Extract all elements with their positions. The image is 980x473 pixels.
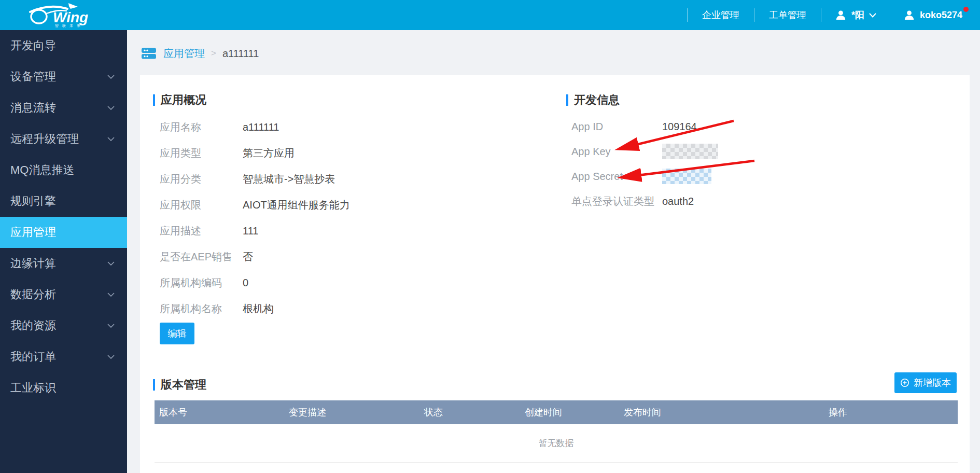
field-value: 0	[243, 277, 248, 289]
add-version-label: 新增版本	[914, 377, 951, 389]
sidebar-item-label: 设备管理	[10, 69, 56, 85]
account-name: koko5274	[920, 10, 962, 21]
sidebar-item-app-management[interactable]: 应用管理	[0, 217, 127, 248]
sidebar-item-label: 数据分析	[10, 287, 56, 302]
user-menu[interactable]: *阳	[821, 9, 890, 21]
top-nav: 企业管理 工单管理 *阳 koko5274	[687, 0, 965, 30]
sidebar-item-edge-computing[interactable]: 边缘计算	[0, 248, 127, 279]
overview-fields: 应用名称 a111111 应用类型 第三方应用 应用分类 智慧城市->智慧抄表 …	[160, 114, 350, 322]
column-publish-time: 发布时间	[619, 406, 824, 419]
app-stack-icon	[141, 47, 157, 60]
column-version: 版本号	[155, 406, 284, 419]
sidebar-item-mq-push[interactable]: MQ消息推送	[0, 155, 127, 186]
section-overview-header: 应用概况	[153, 94, 206, 106]
field-value: a111111	[243, 121, 279, 133]
field-value: 智慧城市->智慧抄表	[243, 172, 335, 186]
field-label: 应用名称	[160, 120, 243, 134]
field-value: 否	[243, 250, 253, 264]
sidebar: 开发向导 设备管理 消息流转 远程升级管理 MQ消息推送 规则引擎 应用管理 边…	[0, 30, 127, 473]
circle-plus-icon	[900, 378, 909, 387]
sidebar-item-remote-upgrade[interactable]: 远程升级管理	[0, 123, 127, 155]
sidebar-item-my-orders[interactable]: 我的订单	[0, 341, 127, 372]
add-version-button[interactable]: 新增版本	[894, 372, 957, 393]
chevron-down-icon	[107, 137, 115, 141]
breadcrumb-separator: >	[211, 48, 216, 59]
sidebar-item-data-analysis[interactable]: 数据分析	[0, 279, 127, 310]
chevron-down-icon	[107, 324, 115, 328]
field-row: 应用描述 111	[160, 218, 350, 244]
devinfo-fields: App ID 109164 App Key App Secret 单点登录认证类…	[571, 114, 718, 214]
field-label: 应用类型	[160, 146, 243, 160]
paper-plane-icon	[68, 3, 78, 9]
field-row: 是否在AEP销售 否	[160, 244, 350, 270]
sidebar-item-label: 工业标识	[10, 380, 56, 396]
nav-enterprise-management[interactable]: 企业管理	[688, 9, 754, 21]
app-id-value: 109164	[662, 121, 697, 133]
sidebar-item-dev-wizard[interactable]: 开发向导	[0, 30, 127, 61]
versions-table-header: 版本号 变更描述 状态 创建时间 发布时间 操作	[155, 400, 958, 424]
chevron-down-icon	[107, 106, 115, 110]
sidebar-item-label: 开发向导	[10, 38, 56, 53]
sidebar-item-device-management[interactable]: 设备管理	[0, 61, 127, 92]
field-label: 是否在AEP销售	[160, 250, 243, 264]
field-row: 应用类型 第三方应用	[160, 140, 350, 166]
field-row: App Key	[571, 139, 718, 164]
field-label: 单点登录认证类型	[571, 194, 662, 208]
main-content: 应用管理 > a111111 应用概况 应用名称 a111111 应用类型 第三…	[127, 30, 980, 473]
chevron-down-icon	[107, 261, 115, 266]
sidebar-item-label: 边缘计算	[10, 256, 56, 271]
field-label: 应用分类	[160, 172, 243, 186]
chevron-down-icon	[869, 13, 876, 18]
field-value: 第三方应用	[243, 146, 295, 160]
field-row: App Secret	[571, 164, 718, 189]
user-short-name: *阳	[851, 9, 864, 21]
sidebar-item-label: 消息流转	[10, 100, 56, 116]
field-value: 根机构	[243, 302, 274, 316]
sidebar-item-rule-engine[interactable]: 规则引擎	[0, 186, 127, 217]
column-status: 状态	[419, 406, 520, 419]
user-icon	[835, 9, 847, 21]
section-bar	[153, 379, 155, 391]
sidebar-item-label: 应用管理	[10, 225, 56, 240]
field-label: 所属机构编码	[160, 276, 243, 290]
field-value: 111	[243, 225, 258, 237]
section-title: 开发信息	[574, 92, 620, 108]
section-bar	[153, 94, 155, 106]
field-label: App Key	[571, 146, 662, 158]
sidebar-item-label: 远程升级管理	[10, 131, 79, 147]
sidebar-item-label: MQ消息推送	[10, 162, 74, 178]
field-row: 所属机构编码 0	[160, 270, 350, 296]
field-label: App ID	[571, 121, 662, 133]
field-label: 应用描述	[160, 224, 243, 238]
section-devinfo-header: 开发信息	[566, 94, 620, 106]
notification-dot	[963, 7, 969, 12]
versions-table: 版本号 变更描述 状态 创建时间 发布时间 操作 暂无数据	[155, 400, 958, 463]
sidebar-item-label: 规则引擎	[10, 193, 56, 209]
section-title: 应用概况	[161, 92, 206, 108]
account-menu[interactable]: koko5274	[890, 9, 965, 21]
app-key-masked-value	[662, 144, 718, 159]
nav-workorder-management[interactable]: 工单管理	[754, 9, 821, 21]
top-bar: Wing 智联未来 企业管理 工单管理 *阳 koko5274	[0, 0, 980, 30]
field-label: App Secret	[571, 171, 662, 183]
section-versions-header: 版本管理	[153, 379, 206, 391]
ctwing-logo[interactable]: Wing 智联未来	[26, 2, 99, 30]
breadcrumb-current: a111111	[222, 48, 259, 60]
app-secret-masked-value	[662, 169, 711, 184]
section-bar	[566, 94, 568, 106]
column-create-time: 创建时间	[520, 406, 619, 419]
user-icon	[903, 9, 915, 21]
sidebar-item-industrial-id[interactable]: 工业标识	[0, 372, 127, 404]
field-row: 应用权限 AIOT通用组件服务能力	[160, 192, 350, 218]
sidebar-item-my-resources[interactable]: 我的资源	[0, 310, 127, 341]
chevron-down-icon	[107, 293, 115, 297]
chevron-down-icon	[107, 75, 115, 79]
edit-button[interactable]: 编辑	[160, 323, 194, 344]
field-label: 应用权限	[160, 198, 243, 212]
field-row: 应用名称 a111111	[160, 114, 350, 140]
breadcrumb-app-management[interactable]: 应用管理	[163, 47, 205, 61]
section-title: 版本管理	[161, 377, 206, 393]
detail-card: 应用概况 应用名称 a111111 应用类型 第三方应用 应用分类 智慧城市->…	[140, 75, 970, 473]
sidebar-item-message-flow[interactable]: 消息流转	[0, 92, 127, 123]
field-row: 应用分类 智慧城市->智慧抄表	[160, 166, 350, 192]
